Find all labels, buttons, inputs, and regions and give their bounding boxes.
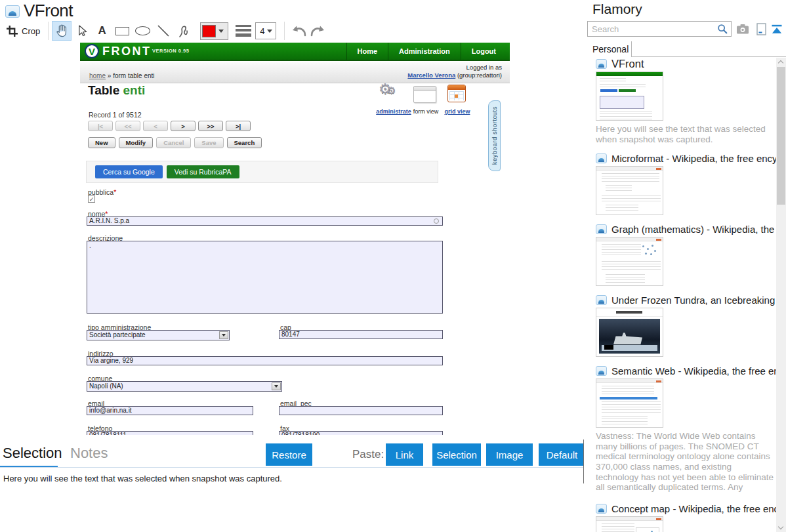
next-record-button: >	[171, 121, 196, 131]
view-switcher: ⚙⚙ administrate form view grid view	[375, 83, 474, 113]
item-title: Microformat - Wikipedia, the free encycl…	[611, 153, 776, 164]
vfront-nav-administration: Administration	[388, 43, 461, 60]
list-item[interactable]: VFront Here you will see the text that w…	[596, 58, 776, 144]
form-view-icon	[413, 86, 436, 103]
dropdown-arrow-icon	[219, 331, 228, 339]
item-note: Here you will see the text that was sele…	[596, 124, 774, 144]
sidebar-scrollbar[interactable]	[776, 58, 786, 532]
paste-label: Paste:	[352, 448, 384, 461]
collapse-to-top-button[interactable]	[769, 22, 785, 36]
toolbar-separator	[48, 22, 49, 40]
item-title: Concept map - Wikipedia, the free encycl…	[611, 503, 776, 514]
search-icon[interactable]	[716, 23, 728, 35]
snapshot-thumbnail[interactable]	[596, 308, 663, 357]
toolbar-separator	[284, 22, 285, 40]
undo-button[interactable]	[290, 22, 308, 40]
ellipse-icon	[135, 26, 150, 35]
list-item[interactable]: Concept map - Wikipedia, the free encycl…	[596, 502, 776, 532]
search-box	[587, 21, 732, 37]
snapshot-app-icon	[5, 5, 20, 18]
email-pec-field	[279, 406, 443, 415]
tab-notes[interactable]: Notes	[70, 445, 108, 462]
vfront-nav-logout: Logout	[461, 43, 507, 60]
tab-selection[interactable]: Selection	[3, 445, 62, 462]
snapshot-thumbnail[interactable]	[596, 516, 663, 532]
snapshot-thumbnail[interactable]	[596, 166, 663, 215]
cap-field: 80147	[279, 330, 443, 339]
line-width-select[interactable]: 4	[255, 22, 276, 39]
scroll-up-arrow[interactable]	[778, 60, 783, 66]
paste-default-button[interactable]: Default	[539, 443, 585, 466]
modify-button: Modify	[119, 137, 154, 148]
ellipse-tool[interactable]	[133, 21, 153, 41]
prev-page-button: <<	[115, 121, 140, 131]
item-title: VFront	[611, 58, 644, 70]
color-picker[interactable]	[200, 22, 228, 40]
cancel-button: Cancel	[156, 137, 191, 148]
record-nav: |< << < > >> >|	[88, 121, 251, 131]
editor-toolbar: Crop A 4	[0, 20, 581, 42]
email-field: info@arin.na.it	[87, 406, 253, 415]
search-input[interactable]	[588, 24, 716, 34]
scrollbar-thumb[interactable]	[777, 67, 785, 205]
freehand-tool[interactable]	[174, 21, 194, 41]
nome-field: A.R.I.N. S.p.a	[87, 216, 443, 226]
line-tool[interactable]	[154, 21, 173, 41]
grid-view-link: grid view	[443, 108, 472, 115]
flamory-window: VFront Crop A 4	[0, 0, 786, 532]
page-button[interactable]	[753, 22, 769, 36]
paste-link-button[interactable]: Link	[386, 443, 423, 466]
snapshot-thumbnail[interactable]	[596, 237, 663, 286]
tab-personal[interactable]: Personal	[589, 41, 632, 57]
record-actions: New Modify Cancel Save Search	[88, 137, 262, 148]
tab-baseline	[632, 56, 786, 57]
form-view-label: form view	[412, 108, 440, 115]
snapshot-icon	[596, 59, 607, 69]
list-item[interactable]: Semantic Web - Wikipedia, the free encyc…	[596, 365, 776, 495]
redo-button[interactable]	[308, 22, 327, 40]
rectangle-icon	[115, 27, 129, 35]
snapshot-thumbnail[interactable]	[596, 72, 663, 121]
sidebar-title: Flamory	[592, 1, 642, 17]
panel-divider	[0, 467, 583, 468]
page-title: Table enti	[88, 83, 145, 98]
pan-hand-tool[interactable]	[52, 21, 72, 41]
line-icon	[156, 24, 171, 38]
history-sidebar: Flamory Personal VFront	[584, 0, 786, 532]
camera-button[interactable]	[735, 22, 751, 36]
lookup-icon	[434, 218, 439, 224]
paste-image-button[interactable]: Image	[486, 443, 533, 466]
item-title: Semantic Web - Wikipedia, the free encyc…	[611, 365, 776, 377]
paste-selection-button[interactable]: Selection	[432, 443, 481, 466]
select-arrow-tool[interactable]	[72, 21, 92, 41]
keyboard-shortcuts-tab: keyboard shortcuts	[488, 100, 501, 171]
vfront-logo-icon: V	[85, 44, 99, 58]
snapshot-thumbnail[interactable]	[596, 379, 663, 428]
breadcrumb-home-link: home	[89, 72, 106, 79]
vfront-version: VERSION 0.95	[152, 48, 189, 54]
snapshot-icon	[596, 295, 607, 305]
page-icon	[756, 23, 766, 35]
text-tool-icon: A	[98, 24, 106, 37]
cursor-icon	[75, 24, 89, 37]
vfront-nav-home: Home	[346, 43, 388, 60]
list-item[interactable]: Graph (mathematics) - Wikipedia, the fre…	[596, 223, 776, 286]
camera-icon	[736, 24, 749, 34]
chevron-down-icon	[218, 30, 224, 33]
administrate-gears-icon: ⚙⚙	[379, 81, 396, 98]
indirizzo-field: Via argine, 929	[87, 356, 443, 365]
undo-icon	[291, 24, 308, 38]
text-tool[interactable]: A	[93, 21, 112, 41]
list-item[interactable]: Under Frozen Tundra, an Icebreaking Ship…	[596, 294, 776, 357]
fax-field: 081/7818190	[279, 431, 443, 435]
rectangle-tool[interactable]	[113, 21, 133, 41]
logged-in-status: Logged in as Marcello Verona (group:reda…	[407, 64, 502, 79]
crop-button[interactable]: Crop	[3, 23, 45, 39]
crop-icon	[7, 26, 18, 37]
restore-button[interactable]: Restore	[266, 443, 312, 466]
scroll-down-arrow[interactable]	[778, 524, 783, 529]
snapshot-canvas[interactable]: V FRONT VERSION 0.95 Home Administration…	[80, 43, 510, 435]
snapshot-list: VFront Here you will see the text that w…	[584, 58, 776, 532]
list-item[interactable]: Microformat - Wikipedia, the free encycl…	[596, 152, 776, 215]
hand-icon	[54, 24, 69, 38]
